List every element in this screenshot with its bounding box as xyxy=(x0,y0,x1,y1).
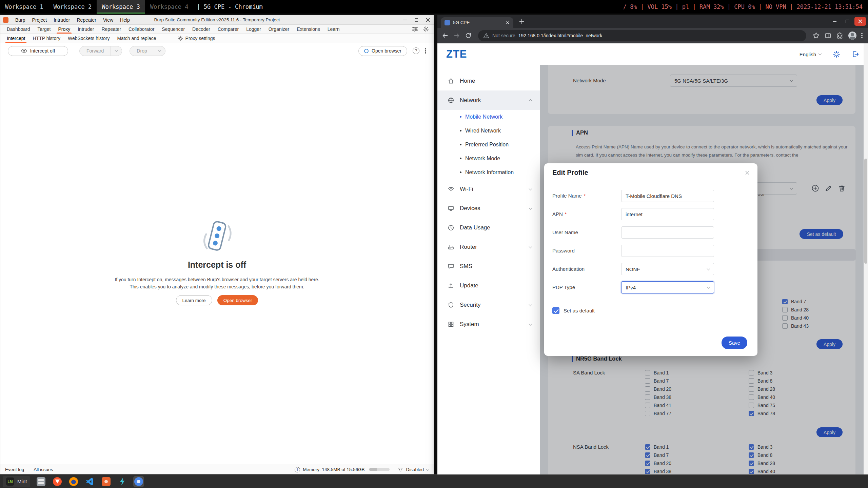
bookmark-star-icon[interactable] xyxy=(812,32,820,39)
sidebar-item-home[interactable]: Home xyxy=(437,71,540,90)
tab-decoder[interactable]: Decoder xyxy=(189,25,214,34)
drop-dropdown-button[interactable] xyxy=(154,46,165,56)
language-selector[interactable]: English xyxy=(800,52,821,57)
sidebar-item-update[interactable]: Update xyxy=(437,276,540,295)
browser-tab[interactable]: 5G CPE xyxy=(441,17,513,28)
file-manager-icon[interactable] xyxy=(36,476,46,487)
open-browser-orange-button[interactable]: Open browser xyxy=(217,295,258,305)
sidebar-item-data-usage[interactable]: Data Usage xyxy=(437,218,540,237)
sidebar-item-devices[interactable]: Devices xyxy=(437,199,540,218)
chrome-minimize-button[interactable] xyxy=(829,17,840,26)
menu-burp[interactable]: Burp xyxy=(12,17,29,23)
burp-icon[interactable] xyxy=(101,476,112,487)
mint-menu-button[interactable]: LM Mint xyxy=(3,476,30,487)
menu-repeater[interactable]: Repeater xyxy=(73,17,100,23)
intercept-toggle-button[interactable]: Intercept off xyxy=(8,46,68,56)
open-browser-button[interactable]: Open browser xyxy=(358,46,407,56)
proxy-settings-button[interactable]: Proxy settings xyxy=(178,34,215,43)
not-secure-label[interactable]: Not secure xyxy=(492,33,515,38)
forward-icon[interactable] xyxy=(453,32,460,39)
settings-gear-icon[interactable] xyxy=(423,26,429,32)
tab-comparer[interactable]: Comparer xyxy=(214,25,242,34)
sidebar-subitem-wired-network[interactable]: Wired Network xyxy=(437,124,540,138)
dialog-close-icon[interactable] xyxy=(744,169,751,176)
side-panel-icon[interactable] xyxy=(825,32,831,39)
user-name-input[interactable] xyxy=(621,226,714,239)
sidebar-item-system[interactable]: System xyxy=(437,314,540,334)
tab-logger[interactable]: Logger xyxy=(242,25,265,34)
pdp-type-select[interactable]: IPv4 xyxy=(621,281,714,293)
new-tab-button[interactable] xyxy=(517,17,527,27)
event-log-tab[interactable]: Event log xyxy=(0,467,29,472)
set-default-checkbox-row[interactable]: Set as default xyxy=(552,307,595,314)
subtab-intercept[interactable]: Intercept xyxy=(3,34,29,43)
sidebar-item-router[interactable]: Router xyxy=(437,237,540,257)
sidebar-item-wifi[interactable]: Wi-Fi xyxy=(437,179,540,199)
scrollbar-thumb[interactable] xyxy=(864,159,867,264)
workspace-3-button[interactable]: Workspace 3 xyxy=(97,0,145,14)
menu-view[interactable]: View xyxy=(100,17,117,23)
tab-dashboard[interactable]: Dashboard xyxy=(3,25,34,34)
tab-learn[interactable]: Learn xyxy=(324,25,343,34)
profile-name-input[interactable] xyxy=(621,190,714,202)
tab-organizer[interactable]: Organizer xyxy=(265,25,293,34)
extensions-icon[interactable] xyxy=(836,32,844,39)
burp-minimize-button[interactable] xyxy=(399,15,411,24)
sidebar-subitem-mobile-network[interactable]: Mobile Network xyxy=(437,110,540,124)
password-input[interactable] xyxy=(621,245,714,257)
set-default-checkbox[interactable] xyxy=(552,307,559,314)
workspace-1-button[interactable]: Workspace 1 xyxy=(0,0,48,14)
vscode-icon[interactable] xyxy=(84,476,95,487)
forward-dropdown-button[interactable] xyxy=(111,46,122,56)
sidebar-item-security[interactable]: Security xyxy=(437,295,540,314)
tab-close-icon[interactable] xyxy=(506,21,509,24)
url-text[interactable]: 192.168.0.1/index.html#mobile_network xyxy=(518,33,603,38)
burp-maximize-button[interactable] xyxy=(411,15,422,24)
learn-more-button[interactable]: Learn more xyxy=(176,295,212,305)
apn-input[interactable] xyxy=(621,208,714,220)
reload-icon[interactable] xyxy=(465,32,472,39)
sidebar-item-sms[interactable]: SMS xyxy=(437,257,540,276)
more-options-icon[interactable] xyxy=(425,48,426,54)
menu-intruder[interactable]: Intruder xyxy=(50,17,73,23)
subtab-websockets-history[interactable]: WebSockets history xyxy=(64,34,113,43)
subtab-http-history[interactable]: HTTP history xyxy=(29,34,64,43)
page-scrollbar[interactable] xyxy=(864,43,868,474)
drop-button[interactable]: Drop xyxy=(130,46,154,56)
tab-intruder[interactable]: Intruder xyxy=(74,25,98,34)
logout-icon[interactable] xyxy=(852,50,859,58)
brave-icon[interactable] xyxy=(52,476,63,487)
tab-target[interactable]: Target xyxy=(34,25,55,34)
intercept-filter-dropdown[interactable]: Disabled xyxy=(398,467,429,472)
chrome-maximize-button[interactable] xyxy=(842,17,853,26)
lightning-bolt-icon[interactable] xyxy=(117,476,128,487)
chrome-close-button[interactable] xyxy=(854,17,866,26)
sidebar-item-network[interactable]: Network xyxy=(437,90,540,110)
workspace-2-button[interactable]: Workspace 2 xyxy=(48,0,97,14)
sidebar-subitem-network-mode[interactable]: Network Mode xyxy=(437,151,540,165)
settings-sliders-icon[interactable] xyxy=(412,26,418,32)
profile-avatar[interactable] xyxy=(848,32,856,40)
firefox-icon[interactable] xyxy=(68,476,79,487)
address-bar[interactable]: Not secure 192.168.0.1/index.html#mobile… xyxy=(478,30,806,41)
workspace-4-button[interactable]: Workspace 4 xyxy=(145,0,194,14)
tab-collaborator[interactable]: Collaborator xyxy=(125,25,158,34)
chromium-icon[interactable] xyxy=(133,476,144,487)
sidebar-subitem-preferred-position[interactable]: Preferred Position xyxy=(437,138,540,151)
back-icon[interactable] xyxy=(441,32,449,39)
help-button[interactable]: ? xyxy=(413,47,419,54)
subtab-match-and-replace[interactable]: Match and replace xyxy=(113,34,160,43)
authentication-select[interactable]: NONE xyxy=(621,263,714,275)
sidebar-subitem-network-information[interactable]: Network Information xyxy=(437,165,540,179)
burp-close-button[interactable] xyxy=(422,15,434,24)
tab-proxy[interactable]: Proxy xyxy=(54,25,74,34)
all-issues-tab[interactable]: All issues xyxy=(29,467,58,472)
tab-extensions[interactable]: Extensions xyxy=(293,25,323,34)
menu-project[interactable]: Project xyxy=(29,17,51,23)
tab-sequencer[interactable]: Sequencer xyxy=(158,25,189,34)
menu-kebab-icon[interactable] xyxy=(861,33,863,39)
save-button[interactable]: Save xyxy=(722,337,747,349)
menu-help[interactable]: Help xyxy=(117,17,133,23)
forward-button[interactable]: Forward xyxy=(79,46,111,56)
tab-repeater[interactable]: Repeater xyxy=(98,25,125,34)
